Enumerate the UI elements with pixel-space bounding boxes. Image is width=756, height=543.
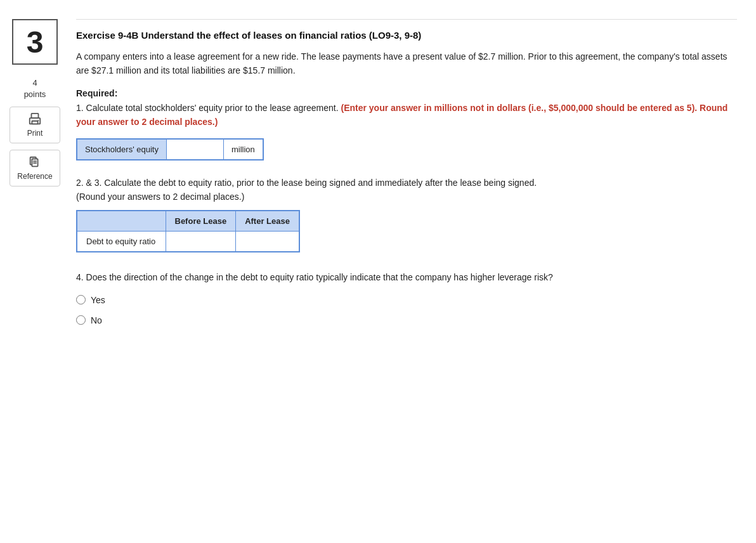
intro-text: A company enters into a lease agreement … (76, 49, 737, 78)
before-lease-input[interactable] (169, 233, 226, 249)
radio-no-option[interactable]: No (76, 315, 737, 325)
radio-yes[interactable] (76, 295, 86, 304)
stockholders-equity-row: Stockholders' equity million (76, 138, 264, 160)
points-label: 4points (24, 77, 46, 100)
part1-instruction-normal: 1. Calculate total stockholders' equity … (76, 103, 339, 113)
ratio-table: Before Lease After Lease Debt to equity … (76, 210, 300, 252)
section-4: 4. Does the direction of the change in t… (76, 270, 737, 325)
part2-3-instruction-normal: 2. & 3. Calculate the debt to equity rat… (76, 178, 537, 188)
print-label: Print (27, 129, 43, 138)
stockholders-equity-label: Stockholders' equity (77, 140, 167, 159)
before-lease-cell (166, 232, 236, 252)
debt-to-equity-label: Debt to equity ratio (77, 232, 166, 252)
svg-rect-0 (32, 114, 39, 118)
table-row: Debt to equity ratio (77, 232, 299, 252)
table-header-empty (77, 211, 166, 232)
part4-instruction: 4. Does the direction of the change in t… (76, 270, 737, 284)
print-button[interactable]: Print (10, 107, 60, 143)
part2-3-instruction-highlight: (Round your answers to 2 decimal places.… (76, 192, 244, 202)
after-lease-input[interactable] (238, 233, 296, 249)
stockholders-equity-unit: million (224, 140, 263, 159)
reference-label: Reference (17, 172, 52, 181)
reference-button[interactable]: Reference (10, 150, 60, 186)
radio-yes-label: Yes (91, 295, 105, 305)
print-icon (28, 112, 42, 126)
sidebar: 3 4points Print Reference (0, 13, 70, 543)
table-header-after-lease: After Lease (236, 211, 299, 232)
required-label: Required: (76, 88, 737, 98)
question-number: 3 (12, 19, 58, 65)
exercise-title: Exercise 9-4B Understand the effect of l… (76, 30, 737, 41)
svg-rect-2 (32, 121, 37, 124)
radio-no[interactable] (76, 315, 86, 325)
reference-icon (28, 155, 42, 169)
svg-point-3 (38, 120, 39, 121)
radio-no-label: No (91, 315, 102, 325)
section-2-3: 2. & 3. Calculate the debt to equity rat… (76, 176, 737, 253)
main-content: Exercise 9-4B Understand the effect of l… (70, 13, 756, 543)
part2-3-instruction: 2. & 3. Calculate the debt to equity rat… (76, 176, 737, 204)
table-header-before-lease: Before Lease (166, 211, 236, 232)
radio-yes-option[interactable]: Yes (76, 295, 737, 305)
part1-instruction: 1. Calculate total stockholders' equity … (76, 101, 737, 129)
stockholders-equity-input[interactable] (167, 140, 224, 159)
after-lease-cell (236, 232, 299, 252)
